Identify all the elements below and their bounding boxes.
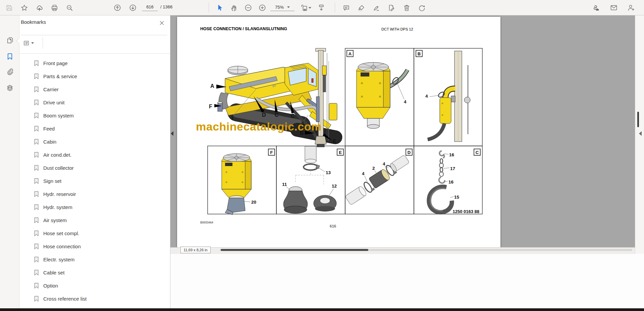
redo-icon (418, 4, 426, 12)
page-thumbnails-button[interactable] (5, 35, 15, 45)
bookmark-item-label: Feed (43, 126, 55, 132)
upload-share-button[interactable] (35, 3, 44, 12)
number-a4: 4 (404, 99, 407, 104)
bookmark-ribbon-icon (34, 217, 39, 223)
right-panel-rail (635, 15, 644, 254)
panel-b-label: B (418, 51, 421, 56)
number-d4a: 4 (362, 171, 365, 176)
part-number: 1250 0163 88 (452, 209, 479, 214)
bookmark-ribbon-icon (34, 60, 39, 66)
bookmark-ribbon-icon (34, 152, 39, 158)
page-total-label: / 1366 (160, 3, 172, 11)
bookmark-item[interactable]: Boom system (19, 109, 170, 122)
close-panel-button[interactable] (157, 18, 166, 27)
page-edit-icon (388, 4, 395, 12)
expand-tools-panel-arrow[interactable] (639, 131, 642, 136)
zoom-in-button[interactable] (258, 3, 267, 12)
minus-circle-icon (244, 4, 252, 12)
top-toolbar: 616 / 1366 75% (0, 0, 644, 15)
bookmark-item[interactable]: Hydr. system (19, 201, 170, 214)
redo-button[interactable] (417, 3, 426, 12)
zoom-level-select[interactable]: 75% (270, 3, 294, 11)
fill-sign-button[interactable] (387, 3, 396, 12)
bookmark-item-label: Air system (43, 217, 67, 223)
bookmarks-panel-button[interactable] (5, 51, 15, 61)
hand-icon (230, 4, 238, 12)
bookmark-item[interactable]: Feed (19, 122, 170, 135)
bookmark-item[interactable]: Cable set (19, 266, 170, 279)
print-button[interactable] (50, 3, 59, 12)
bookmark-item[interactable]: Front page (19, 57, 170, 70)
panel-divider (43, 37, 43, 49)
comment-button[interactable] (341, 3, 351, 12)
collapse-bookmarks-arrow[interactable] (171, 131, 173, 136)
bookmark-item-label: Dust collector (43, 165, 74, 171)
bookmark-ribbon-icon (34, 257, 39, 262)
envelope-icon (610, 4, 618, 12)
navigation-rail (0, 15, 19, 308)
bookmark-item[interactable]: Hose connection (19, 240, 170, 253)
arrow-down-circle-icon (129, 4, 137, 12)
layers-button[interactable] (5, 83, 15, 93)
bookmark-item-label: Hydr. reservoir (43, 191, 76, 197)
save-button[interactable] (4, 3, 14, 12)
share-link-button[interactable] (591, 3, 600, 12)
bookmark-item[interactable]: Parts & service (19, 70, 170, 83)
bookmark-item[interactable]: Hydr. reservoir (19, 188, 170, 201)
vertical-scrollbar-thumb[interactable] (637, 112, 639, 127)
search-button[interactable] (65, 3, 74, 12)
person-add-icon (627, 4, 635, 12)
previous-page-button[interactable] (113, 3, 122, 12)
bookmark-item[interactable]: Sign set (19, 174, 170, 188)
horizontal-scrollbar-thumb[interactable] (221, 249, 368, 251)
document-status-bar: 11,69 x 8,26 in (170, 247, 635, 254)
panel-d-detail: 4 2 4 (345, 155, 409, 205)
bookmark-item[interactable]: Air system (19, 214, 170, 227)
options-list-icon (23, 40, 30, 46)
bookmark-item[interactable]: Carrier (19, 83, 170, 96)
next-page-button[interactable] (128, 3, 138, 12)
bookmark-item-label: Carrier (43, 87, 59, 92)
panel-divider (21, 35, 167, 35)
plus-circle-icon (258, 4, 266, 12)
bookmark-item[interactable]: Option (19, 279, 170, 292)
bookmark-item[interactable]: Dust collector (19, 161, 170, 174)
bookmark-item[interactable]: Drive unit (19, 96, 170, 109)
zoom-out-button[interactable] (244, 3, 253, 12)
bookmark-item[interactable]: Cross reference list (19, 292, 170, 305)
bookmark-ribbon-icon (34, 244, 39, 249)
number-b4: 4 (425, 94, 428, 99)
number-d4b: 4 (383, 161, 385, 166)
bookmark-item-label: Sign set (43, 178, 61, 184)
panel-divider (19, 53, 170, 54)
cloud-upload-icon (36, 4, 43, 12)
favorite-button[interactable] (19, 3, 29, 12)
panel-a-label: A (348, 51, 352, 56)
highlight-button[interactable] (357, 3, 366, 12)
bookmark-ribbon-icon (34, 283, 39, 289)
bookmark-item[interactable]: Electr. system (19, 253, 170, 266)
delete-button[interactable] (402, 3, 411, 12)
bookmark-item-label: Cross reference list (43, 296, 87, 302)
horizontal-scrollbar[interactable] (220, 249, 632, 251)
fit-options-caret[interactable] (308, 3, 312, 12)
callout-d: D (262, 112, 266, 118)
bookmark-options-button[interactable] (22, 38, 35, 48)
callout-c2: C (291, 113, 295, 119)
bookmark-item-label: Hose set compl. (43, 230, 79, 236)
bookmark-item-label: Parts & service (43, 73, 77, 79)
bookmark-item[interactable]: Hose set compl. (19, 227, 170, 240)
sign-button[interactable] (372, 3, 381, 12)
scroll-mode-button[interactable] (317, 3, 326, 12)
bookmark-item-label: Cable set (43, 270, 64, 275)
select-tool-button[interactable] (215, 3, 224, 12)
page-number-input[interactable]: 616 (142, 3, 158, 11)
hand-tool-button[interactable] (229, 3, 239, 12)
add-user-button[interactable] (626, 3, 636, 12)
email-button[interactable] (609, 3, 619, 12)
page-size-indicator: 11,69 x 8,26 in (180, 247, 211, 253)
number-e13: 13 (326, 170, 331, 175)
bookmark-item[interactable]: Air cond.det. (19, 148, 170, 161)
bookmark-item[interactable]: Cabin (19, 135, 170, 148)
attachments-button[interactable] (5, 66, 15, 76)
